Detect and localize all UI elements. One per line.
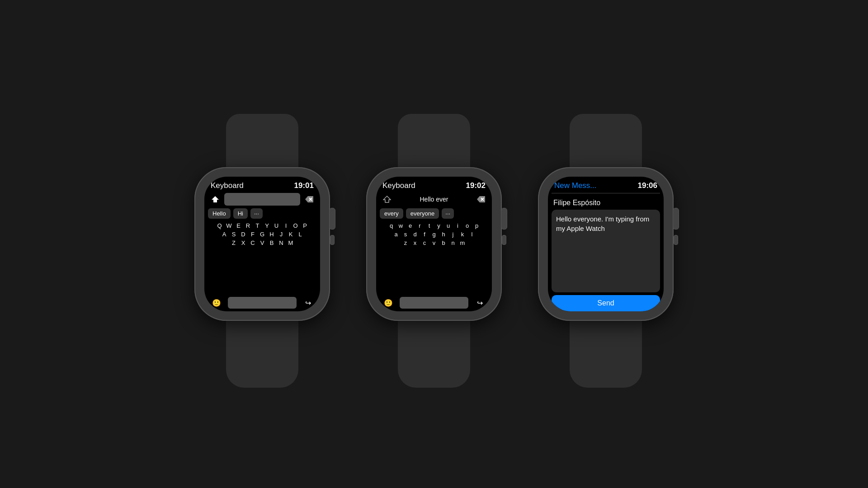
key-ll[interactable]: l [468, 231, 476, 238]
key-T[interactable]: T [254, 222, 261, 229]
key-G[interactable]: G [259, 231, 266, 238]
watch-body-2: Keyboard 19:02 Hello ever [366, 167, 502, 321]
keyboard-2: q w e r t y u i o p a s d [376, 222, 492, 294]
side-button-2 [502, 235, 506, 245]
key-D[interactable]: D [240, 231, 247, 238]
key-lq[interactable]: q [388, 222, 395, 229]
key-lt[interactable]: t [426, 222, 433, 229]
band-bottom-2 [398, 315, 470, 388]
key-lj[interactable]: j [449, 231, 457, 238]
key-row-1-2: A S D F G H J K L [206, 231, 318, 238]
send-button-label-3: Send [597, 299, 614, 307]
watch-2: Keyboard 19:02 Hello ever [366, 167, 502, 321]
key-row-2-2: a s d f g h j k l [378, 231, 490, 238]
key-B[interactable]: B [268, 239, 275, 246]
key-lz[interactable]: z [402, 239, 409, 246]
emoji-button-1[interactable]: 🙂 [210, 299, 223, 307]
key-O[interactable]: O [292, 222, 299, 229]
key-N[interactable]: N [278, 239, 285, 246]
screen-header-1: Keyboard 19:01 [204, 177, 320, 193]
key-ln[interactable]: n [449, 239, 457, 246]
key-A[interactable]: A [221, 231, 228, 238]
send-button-3[interactable]: Send [552, 295, 660, 311]
watch-case-3: New Mess... 19:06 Filipe Espósito Hello … [538, 167, 674, 321]
key-Z[interactable]: Z [230, 239, 237, 246]
suggestion-more-1[interactable]: ··· [250, 208, 263, 219]
key-ls[interactable]: s [402, 231, 409, 238]
key-E[interactable]: E [235, 222, 242, 229]
key-L[interactable]: L [297, 231, 304, 238]
key-W[interactable]: W [226, 222, 233, 229]
spacebar-2[interactable] [400, 297, 468, 309]
contact-name-3: Filipe Espósito [553, 199, 600, 206]
screen-time-1: 19:01 [294, 181, 314, 190]
watch-body-3: New Mess... 19:06 Filipe Espósito Hello … [538, 167, 674, 321]
spacebar-1[interactable] [228, 297, 297, 309]
key-lh[interactable]: h [440, 231, 447, 238]
key-lv[interactable]: v [430, 239, 438, 246]
key-V[interactable]: V [259, 239, 266, 246]
key-K[interactable]: K [287, 231, 294, 238]
key-row-1-3: Z X C V B N M [206, 239, 318, 246]
watch-3: New Mess... 19:06 Filipe Espósito Hello … [538, 167, 674, 321]
key-ly[interactable]: y [435, 222, 443, 229]
key-lr[interactable]: r [416, 222, 424, 229]
key-lk[interactable]: k [459, 231, 466, 238]
shift-button-1[interactable] [209, 193, 222, 206]
screen-title-3: New Mess... [554, 181, 597, 190]
key-lc[interactable]: c [421, 239, 428, 246]
key-I[interactable]: I [283, 222, 290, 229]
key-ld[interactable]: d [411, 231, 419, 238]
contact-row-3: Filipe Espósito [548, 196, 664, 210]
band-bottom-1 [226, 315, 298, 388]
emoji-button-2[interactable]: 🙂 [382, 299, 395, 307]
key-lf[interactable]: f [421, 231, 428, 238]
key-lx[interactable]: x [411, 239, 419, 246]
key-lp[interactable]: p [473, 222, 481, 229]
suggestion-more-2[interactable]: ··· [442, 208, 454, 219]
watch-case-1: Keyboard 19:01 [194, 167, 330, 321]
key-lm[interactable]: m [459, 239, 466, 246]
shift-button-2[interactable] [381, 193, 393, 206]
delete-button-1[interactable] [303, 193, 316, 206]
delete-button-2[interactable] [475, 193, 487, 206]
key-lb[interactable]: b [440, 239, 447, 246]
key-P[interactable]: P [302, 222, 309, 229]
send-arrow-1[interactable]: ↪ [301, 299, 315, 307]
key-C[interactable]: C [249, 239, 256, 246]
key-U[interactable]: U [273, 222, 280, 229]
key-la[interactable]: a [392, 231, 400, 238]
key-le[interactable]: e [407, 222, 414, 229]
watch-body-1: Keyboard 19:01 [194, 167, 330, 321]
key-R[interactable]: R [245, 222, 252, 229]
key-lu[interactable]: u [445, 222, 452, 229]
text-input-1[interactable] [224, 193, 300, 206]
band-bottom-3 [570, 315, 642, 388]
suggestion-hello[interactable]: Hello [208, 208, 231, 219]
key-F[interactable]: F [249, 231, 256, 238]
key-Q[interactable]: Q [216, 222, 223, 229]
text-input-filled-2[interactable]: Hello ever [396, 193, 472, 206]
key-lo[interactable]: o [464, 222, 471, 229]
suggestion-every[interactable]: every [380, 208, 403, 219]
suggestion-everyone[interactable]: everyone [406, 208, 439, 219]
key-S[interactable]: S [230, 231, 237, 238]
key-li[interactable]: i [454, 222, 462, 229]
key-J[interactable]: J [278, 231, 285, 238]
key-M[interactable]: M [287, 239, 294, 246]
side-button-1 [330, 235, 335, 245]
suggestion-hi[interactable]: Hi [233, 208, 248, 219]
key-H[interactable]: H [268, 231, 275, 238]
svg-marker-0 [212, 196, 219, 202]
send-arrow-2[interactable]: ↪ [473, 299, 486, 307]
key-Y[interactable]: Y [264, 222, 271, 229]
input-row-2: Hello ever [376, 193, 492, 206]
keyboard-1: Q W E R T Y U I O P A S D [204, 222, 320, 294]
crown-1 [329, 208, 335, 230]
key-lw[interactable]: w [397, 222, 405, 229]
key-row-2-3: z x c v b n m [378, 239, 490, 246]
key-X[interactable]: X [240, 239, 247, 246]
screen-title-2: Keyboard [382, 181, 415, 190]
screen-time-2: 19:02 [466, 181, 486, 190]
key-lg[interactable]: g [430, 231, 438, 238]
